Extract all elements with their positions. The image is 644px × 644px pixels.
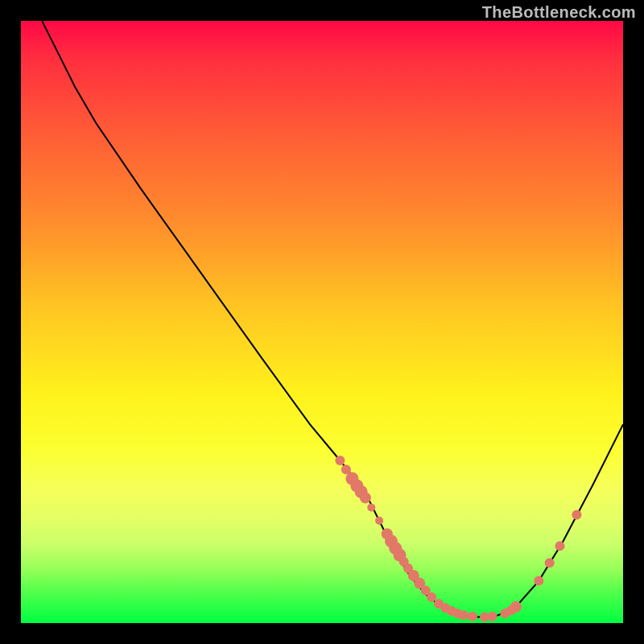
- scatter-dot: [555, 541, 565, 551]
- chart-svg: [21, 21, 623, 623]
- scatter-dot: [459, 610, 469, 620]
- scatter-dot: [534, 576, 543, 586]
- scatter-dots: [335, 456, 581, 622]
- scatter-dot: [468, 612, 477, 621]
- scatter-dot: [427, 592, 436, 602]
- scatter-dot: [488, 612, 497, 621]
- scatter-dot: [510, 601, 522, 613]
- scatter-dot: [545, 558, 555, 568]
- scatter-dot: [572, 510, 581, 519]
- plot-area: [21, 21, 623, 623]
- scatter-dot: [367, 503, 375, 511]
- scatter-dot: [375, 517, 383, 525]
- scatter-dot: [360, 492, 371, 503]
- watermark-label: TheBottleneck.com: [482, 3, 636, 22]
- curve-line: [42, 21, 623, 617]
- scatter-dot: [335, 456, 345, 465]
- chart-container: TheBottleneck.com: [0, 0, 644, 644]
